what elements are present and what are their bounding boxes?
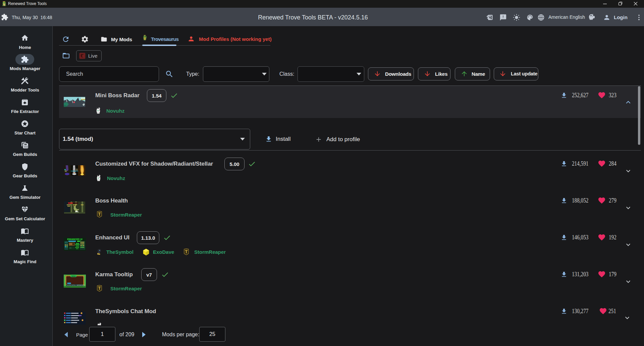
svg-text:OPEN: OPEN	[71, 276, 76, 277]
svg-text:WORK IN FULL KARMA BELTS: WORK IN FULL KARMA BELTS	[67, 285, 85, 286]
svg-text:ENHANCED UI: ENHANCED UI	[67, 238, 82, 240]
